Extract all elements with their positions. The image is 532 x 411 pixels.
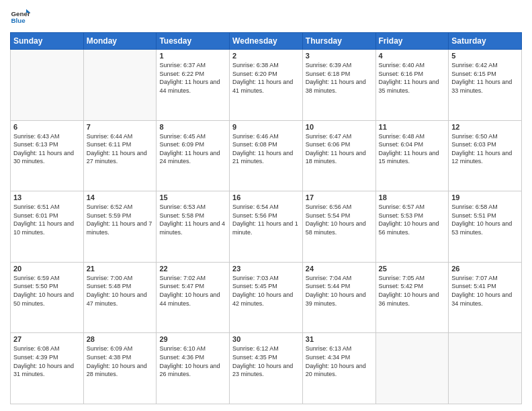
day-number: 20 [13,265,81,273]
weekday-header-thursday: Thursday [302,33,375,50]
day-info: Sunrise: 6:12 AMSunset: 4:35 PMDaylight:… [232,345,300,378]
calendar-cell: 6Sunrise: 6:43 AMSunset: 6:13 PMDaylight… [11,120,84,191]
calendar-cell [449,333,522,404]
day-number: 22 [159,265,226,273]
day-number: 24 [306,265,373,273]
day-number: 2 [232,52,300,60]
day-number: 12 [451,123,519,131]
day-info: Sunrise: 6:47 AMSunset: 6:06 PMDaylight:… [306,132,373,166]
calendar-cell: 20Sunrise: 6:59 AMSunset: 5:50 PMDayligh… [11,262,84,333]
day-info: Sunrise: 6:58 AMSunset: 5:51 PMDaylight:… [451,203,519,236]
calendar-cell: 24Sunrise: 7:04 AMSunset: 5:44 PMDayligh… [302,262,375,333]
day-info: Sunrise: 6:45 AMSunset: 6:09 PMDaylight:… [159,132,226,166]
day-info: Sunrise: 6:52 AMSunset: 5:59 PMDaylight:… [87,203,154,236]
day-info: Sunrise: 6:43 AMSunset: 6:13 PMDaylight:… [13,132,81,166]
day-info: Sunrise: 6:08 AMSunset: 4:39 PMDaylight:… [13,345,81,378]
calendar-cell [83,50,157,121]
calendar-cell: 29Sunrise: 6:10 AMSunset: 4:36 PMDayligh… [157,333,230,404]
day-number: 29 [159,335,226,343]
day-info: Sunrise: 6:40 AMSunset: 6:16 PMDaylight:… [379,61,446,95]
calendar-cell: 27Sunrise: 6:08 AMSunset: 4:39 PMDayligh… [11,333,84,404]
calendar-cell: 2Sunrise: 6:38 AMSunset: 6:20 PMDaylight… [230,50,303,121]
page: General Blue SundayMondayTuesdayWednesda… [0,0,532,411]
week-row-5: 27Sunrise: 6:08 AMSunset: 4:39 PMDayligh… [11,333,522,404]
day-info: Sunrise: 6:56 AMSunset: 5:54 PMDaylight:… [306,203,373,236]
day-number: 13 [13,193,81,201]
day-info: Sunrise: 7:05 AMSunset: 5:42 PMDaylight:… [379,274,446,308]
calendar-cell: 22Sunrise: 7:02 AMSunset: 5:47 PMDayligh… [157,262,230,333]
day-info: Sunrise: 6:54 AMSunset: 5:56 PMDaylight:… [232,203,300,236]
calendar-cell: 15Sunrise: 6:53 AMSunset: 5:58 PMDayligh… [157,191,230,263]
calendar-cell: 31Sunrise: 6:13 AMSunset: 4:34 PMDayligh… [302,333,375,404]
day-info: Sunrise: 6:10 AMSunset: 4:36 PMDaylight:… [159,345,226,378]
day-number: 21 [87,265,154,273]
day-info: Sunrise: 7:00 AMSunset: 5:48 PMDaylight:… [87,274,154,308]
day-info: Sunrise: 7:07 AMSunset: 5:41 PMDaylight:… [451,274,519,308]
day-info: Sunrise: 6:46 AMSunset: 6:08 PMDaylight:… [232,132,300,166]
day-number: 16 [232,193,300,201]
week-row-4: 20Sunrise: 6:59 AMSunset: 5:50 PMDayligh… [11,262,522,333]
calendar-cell: 26Sunrise: 7:07 AMSunset: 5:41 PMDayligh… [449,262,522,333]
calendar-cell: 13Sunrise: 6:51 AMSunset: 6:01 PMDayligh… [11,191,84,263]
weekday-header-sunday: Sunday [11,33,84,50]
day-info: Sunrise: 6:48 AMSunset: 6:04 PMDaylight:… [379,132,446,166]
calendar-cell: 18Sunrise: 6:57 AMSunset: 5:53 PMDayligh… [375,191,449,263]
day-number: 11 [379,123,446,131]
day-info: Sunrise: 7:03 AMSunset: 5:45 PMDaylight:… [232,274,300,308]
day-number: 8 [159,123,226,131]
day-info: Sunrise: 6:42 AMSunset: 6:15 PMDaylight:… [451,61,519,95]
calendar-cell [375,333,449,404]
calendar-cell: 3Sunrise: 6:39 AMSunset: 6:18 PMDaylight… [302,50,375,121]
weekday-header-saturday: Saturday [449,33,522,50]
day-info: Sunrise: 6:13 AMSunset: 4:34 PMDaylight:… [306,345,373,378]
calendar-cell [11,50,84,121]
calendar-cell: 21Sunrise: 7:00 AMSunset: 5:48 PMDayligh… [83,262,157,333]
week-row-3: 13Sunrise: 6:51 AMSunset: 6:01 PMDayligh… [11,191,522,263]
day-info: Sunrise: 6:57 AMSunset: 5:53 PMDaylight:… [379,203,446,236]
day-number: 7 [87,123,154,131]
day-number: 1 [159,52,226,60]
weekday-header-friday: Friday [375,33,449,50]
calendar-cell: 10Sunrise: 6:47 AMSunset: 6:06 PMDayligh… [302,120,375,191]
day-number: 28 [87,335,154,343]
day-info: Sunrise: 6:59 AMSunset: 5:50 PMDaylight:… [13,274,81,308]
day-number: 5 [451,52,519,60]
calendar-table: SundayMondayTuesdayWednesdayThursdayFrid… [10,32,522,404]
calendar-cell: 7Sunrise: 6:44 AMSunset: 6:11 PMDaylight… [83,120,157,191]
day-number: 14 [87,193,154,201]
day-number: 10 [306,123,373,131]
calendar-cell: 19Sunrise: 6:58 AMSunset: 5:51 PMDayligh… [449,191,522,263]
day-number: 30 [232,335,300,343]
day-info: Sunrise: 6:44 AMSunset: 6:11 PMDaylight:… [87,132,154,166]
day-number: 25 [379,265,446,273]
calendar-cell: 1Sunrise: 6:37 AMSunset: 6:22 PMDaylight… [157,50,230,121]
calendar-cell: 16Sunrise: 6:54 AMSunset: 5:56 PMDayligh… [230,191,303,263]
day-info: Sunrise: 6:09 AMSunset: 4:38 PMDaylight:… [87,345,154,378]
day-number: 15 [159,193,226,201]
header: General Blue [10,7,522,27]
day-info: Sunrise: 6:50 AMSunset: 6:03 PMDaylight:… [451,132,519,166]
week-row-1: 1Sunrise: 6:37 AMSunset: 6:22 PMDaylight… [11,50,522,121]
calendar-cell: 5Sunrise: 6:42 AMSunset: 6:15 PMDaylight… [449,50,522,121]
calendar-cell: 9Sunrise: 6:46 AMSunset: 6:08 PMDaylight… [230,120,303,191]
weekday-header-wednesday: Wednesday [230,33,303,50]
day-info: Sunrise: 7:04 AMSunset: 5:44 PMDaylight:… [306,274,373,308]
day-number: 9 [232,123,300,131]
weekday-header-tuesday: Tuesday [157,33,230,50]
day-number: 26 [451,265,519,273]
weekday-header-monday: Monday [83,33,157,50]
day-number: 18 [379,193,446,201]
calendar-cell: 4Sunrise: 6:40 AMSunset: 6:16 PMDaylight… [375,50,449,121]
day-number: 31 [306,335,373,343]
calendar-cell: 12Sunrise: 6:50 AMSunset: 6:03 PMDayligh… [449,120,522,191]
day-info: Sunrise: 6:38 AMSunset: 6:20 PMDaylight:… [232,61,300,95]
day-info: Sunrise: 6:53 AMSunset: 5:58 PMDaylight:… [159,203,226,236]
calendar-cell: 17Sunrise: 6:56 AMSunset: 5:54 PMDayligh… [302,191,375,263]
day-number: 19 [451,193,519,201]
day-number: 3 [306,52,373,60]
day-info: Sunrise: 6:51 AMSunset: 6:01 PMDaylight:… [13,203,81,236]
day-info: Sunrise: 6:39 AMSunset: 6:18 PMDaylight:… [306,61,373,95]
calendar-cell: 25Sunrise: 7:05 AMSunset: 5:42 PMDayligh… [375,262,449,333]
calendar-cell: 8Sunrise: 6:45 AMSunset: 6:09 PMDaylight… [157,120,230,191]
day-info: Sunrise: 6:37 AMSunset: 6:22 PMDaylight:… [159,61,226,95]
